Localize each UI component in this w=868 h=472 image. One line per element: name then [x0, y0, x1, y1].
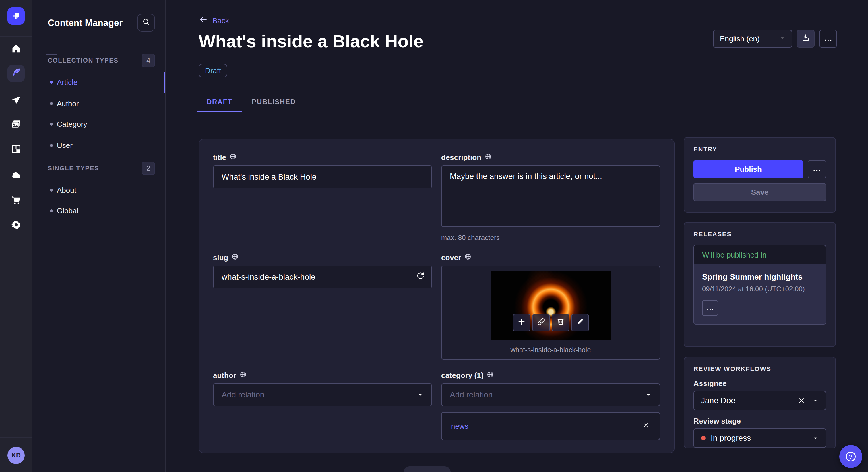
globe-icon [487, 371, 494, 380]
back-link[interactable]: Back [198, 15, 229, 26]
download-icon [801, 34, 810, 44]
sidebar-item-user[interactable]: User [32, 135, 165, 156]
content-manager-app: KD Content Manager COLLECTION TYPES 4 Ar… [0, 0, 868, 472]
content-type-builder-icon[interactable] [9, 142, 23, 156]
release-body: Spring Summer highlights 09/11/2024 at 1… [694, 264, 826, 324]
bullet-icon [50, 189, 53, 192]
review-stage-select[interactable]: In progress [693, 429, 826, 448]
sidebar-item-label: Author [57, 99, 79, 108]
collection-types-section: COLLECTION TYPES 4 [32, 54, 165, 67]
collection-types-count: 4 [142, 54, 155, 67]
sidebar-item-author[interactable]: Author [32, 93, 165, 114]
release-title: Spring Summer highlights [702, 272, 817, 281]
chevron-down-icon [812, 396, 818, 406]
chevron-down-icon [812, 433, 818, 444]
bullet-icon [50, 102, 53, 105]
regenerate-slug-button[interactable] [415, 271, 426, 283]
globe-icon [229, 153, 237, 162]
rail-divider-bottom [0, 437, 32, 438]
export-button[interactable] [797, 30, 815, 47]
description-label-text: description [441, 153, 482, 162]
more-dots-icon [707, 304, 714, 312]
publish-button[interactable]: Publish [693, 160, 803, 178]
globe-icon [240, 371, 247, 380]
author-label: author [213, 371, 432, 380]
assignee-value: Jane Doe [701, 396, 797, 405]
chevron-down-icon [779, 34, 785, 43]
globe-icon [464, 253, 471, 262]
cover-copy-link-button[interactable] [532, 314, 550, 332]
cover-label: cover [441, 253, 660, 262]
tab-published[interactable]: PUBLISHED [242, 91, 305, 112]
search-button[interactable] [137, 14, 155, 32]
author-placeholder: Add relation [222, 390, 265, 400]
content-manager-sidebar: Content Manager COLLECTION TYPES 4 Artic… [32, 0, 166, 472]
help-button[interactable]: ? [839, 445, 862, 468]
header-more-button[interactable] [819, 30, 837, 47]
sidebar-title: Content Manager [48, 18, 123, 28]
slug-label-text: slug [213, 253, 228, 262]
cover-delete-button[interactable] [552, 314, 569, 332]
content-manager-nav-active[interactable] [7, 65, 25, 82]
single-types-count: 2 [142, 162, 155, 175]
refresh-icon [416, 272, 425, 283]
marketplace-cart-icon[interactable] [9, 193, 23, 207]
field-author: author Add relation [213, 371, 432, 440]
collection-types-label: COLLECTION TYPES [48, 57, 119, 64]
author-relation-select[interactable]: Add relation [213, 383, 432, 406]
globe-icon [485, 153, 492, 162]
cover-edit-button[interactable] [571, 314, 589, 332]
field-slug: slug [213, 253, 432, 360]
title-label: title [213, 153, 432, 162]
collapsed-element-peek [404, 466, 451, 472]
tab-draft[interactable]: DRAFT [197, 91, 242, 112]
save-button[interactable]: Save [693, 183, 826, 201]
header-controls: English (en) [713, 30, 837, 47]
tab-published-label: PUBLISHED [252, 98, 296, 106]
entry-heading: ENTRY [693, 146, 826, 153]
title-input[interactable] [213, 165, 432, 189]
feather-icon [10, 67, 22, 80]
release-more-button[interactable] [702, 300, 718, 316]
bullet-icon [50, 81, 53, 84]
status-badge: Draft [198, 64, 227, 77]
deploy-icon[interactable] [9, 94, 23, 107]
sidebar-item-label: Global [57, 206, 79, 215]
remove-relation-button[interactable] [641, 422, 650, 431]
cover-add-button[interactable] [513, 314, 530, 332]
category-label: category (1) [441, 371, 660, 380]
entry-more-button[interactable] [808, 160, 826, 178]
globe-icon [231, 253, 239, 262]
sidebar-item-global[interactable]: Global [32, 200, 165, 222]
assignee-select[interactable]: Jane Doe [693, 391, 826, 410]
assignee-label: Assignee [693, 379, 826, 388]
pencil-icon [576, 317, 584, 328]
description-textarea[interactable]: Maybe the answer is in this article, or … [441, 165, 660, 227]
settings-gear-icon[interactable] [9, 218, 23, 232]
icon-rail: KD [0, 0, 32, 472]
clear-assignee-button[interactable] [797, 396, 806, 405]
search-icon [142, 18, 150, 28]
slug-input[interactable] [213, 266, 432, 289]
field-description: description Maybe the answer is in this … [441, 153, 660, 242]
user-avatar[interactable]: KD [7, 447, 25, 464]
bullet-icon [50, 209, 53, 212]
sidebar-item-category[interactable]: Category [32, 113, 165, 135]
description-hint: max. 80 characters [441, 234, 660, 242]
edit-form-card: title description Maybe the answer is in… [198, 139, 675, 453]
sidebar-item-about[interactable]: About [32, 179, 165, 201]
cloud-icon[interactable] [9, 168, 23, 182]
bullet-icon [50, 144, 53, 147]
strapi-logo[interactable] [7, 7, 25, 25]
locale-select[interactable]: English (en) [713, 30, 792, 47]
category-relation-select[interactable]: Add relation [441, 383, 660, 406]
relation-link-news[interactable]: news [451, 422, 468, 431]
chevron-down-icon [417, 390, 423, 400]
entry-panel: ENTRY Publish Save [684, 137, 836, 213]
sidebar-header: Content Manager [32, 0, 165, 32]
media-library-icon[interactable] [9, 117, 23, 131]
field-title: title [213, 153, 432, 242]
sidebar-item-article[interactable]: Article [32, 72, 165, 93]
author-label-text: author [213, 371, 236, 380]
home-icon[interactable] [9, 42, 23, 56]
